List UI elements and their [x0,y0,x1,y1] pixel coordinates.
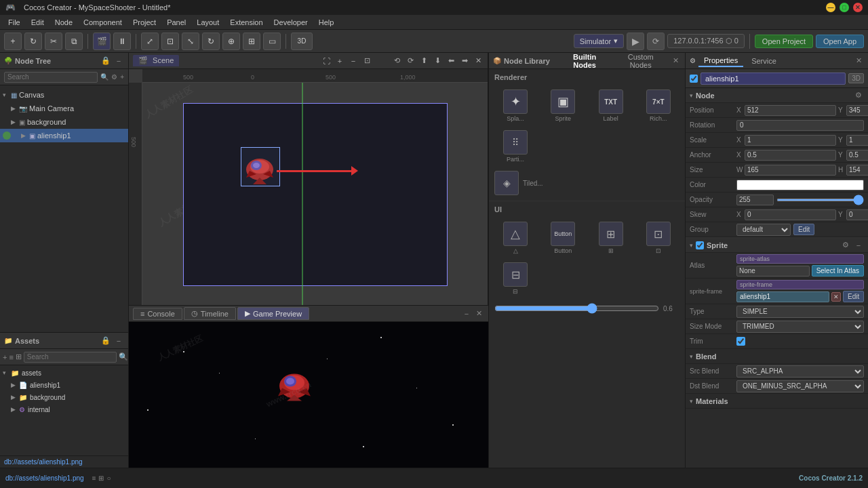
skew-x-input[interactable] [745,209,836,220]
tree-item-alienship1[interactable]: ▶ ▣ alienship1 [0,129,128,142]
bottom-panel-collapse[interactable]: − [461,308,472,319]
lib-item-triangle[interactable]: △ △ [493,219,538,257]
minimize-btn[interactable]: — [826,3,835,12]
skew-y-input[interactable] [846,209,868,220]
close-btn[interactable]: ✕ [853,3,863,12]
refresh-btn[interactable]: ↻ [24,33,42,50]
lib-item-particle[interactable]: ⠿ Parti... [493,127,538,165]
opacity-slider[interactable] [776,199,864,201]
pos-y-input[interactable] [846,105,868,116]
sprite-remove-btn[interactable]: − [853,240,864,251]
status-icon3[interactable]: ○ [106,474,111,482]
step-btn[interactable]: ⟳ [647,33,665,50]
pos-x-input[interactable] [745,105,836,116]
rotation-input[interactable] [736,120,864,131]
tree-item-main-camera[interactable]: ▶ 📷 Main Camera [0,102,128,115]
src-blend-select[interactable]: SRC_ALPHA ONE ZERO [736,365,864,378]
size-h-input[interactable] [846,165,868,176]
scene-tab[interactable]: 🎬 Scene [133,55,179,66]
lib-item-scroll[interactable]: ⊡ ⊡ [636,219,681,257]
assets-add-btn[interactable]: + [3,352,7,363]
simulator-dropdown[interactable]: Simulator ▾ [574,34,624,48]
scene-canvas[interactable]: 人人素材社区 www.rrcg.cn 人人素材社区 www.rrcg.cn 人人… [129,69,488,305]
scene-tool-2[interactable]: ⟳ [405,56,416,66]
rotate-tool[interactable]: ↻ [202,33,220,50]
type-select[interactable]: SIMPLE SLICED TILED FILLED [736,306,864,318]
scene-zoom-in[interactable]: + [334,56,345,66]
size-mode-select[interactable]: TRIMMED RAW CUSTOM [736,321,864,333]
size-w-input[interactable] [745,165,836,176]
tree-item-background[interactable]: ▶ ▣ background [0,115,128,129]
node-active-checkbox[interactable] [690,75,698,83]
open-project-btn[interactable]: Open Project [755,35,813,48]
assets-collapse-btn[interactable]: − [113,336,124,346]
sprite-frame-edit-btn[interactable]: Edit [843,291,864,302]
assets-search-btn[interactable]: 🔍 [119,352,128,363]
scene-move-view[interactable]: ⛶ [321,56,332,66]
lib-tab-custom[interactable]: Custom Nodes [614,53,667,70]
tab-game-preview[interactable]: ▶ Game Preview [237,307,309,320]
3d-toggle[interactable]: 3D [291,33,313,50]
menu-item-project[interactable]: Project [127,17,161,28]
scale-tool[interactable]: ⤡ [182,33,199,50]
lib-item-label[interactable]: TXT Label [589,87,633,125]
scale-y-input[interactable] [846,135,868,146]
open-app-btn[interactable]: Open App [816,35,864,48]
menu-item-extension[interactable]: Extension [224,17,268,28]
rect2-tool[interactable]: ▭ [263,33,281,50]
dst-blend-select[interactable]: ONE_MINUS_SRC_ALPHA ONE ZERO [736,380,864,392]
lib-size-slider[interactable] [494,303,659,314]
scene-tool-6[interactable]: ➡ [459,56,470,66]
menu-item-component[interactable]: Component [78,17,127,28]
node-tree-lock-btn[interactable]: 🔒 [100,56,111,66]
assets-list-view-btn[interactable]: ≡ [9,352,13,363]
menu-item-help[interactable]: Help [313,17,340,28]
sprite-active-checkbox[interactable] [696,241,704,249]
tab-service[interactable]: Service [746,56,782,66]
anchor-x-input[interactable] [745,150,836,161]
scene-tool-1[interactable]: ⟲ [391,56,402,66]
scene-zoom-fit[interactable]: ⊡ [361,56,372,66]
node-section-header[interactable]: ▾ Node ⚙ [686,88,868,103]
select-in-atlas-btn[interactable]: Select In Atlas [812,265,864,277]
asset-item-alienship1[interactable]: ▶ 📄 alienship1 [0,379,128,391]
trim-checkbox[interactable] [736,337,745,346]
filter-icon[interactable]: ⚙ [111,73,117,81]
blend-section-header[interactable]: ▾ Blend [686,349,868,364]
lib-tab-builtin[interactable]: Builtin Nodes [558,53,612,70]
lib-item-richtext[interactable]: 7×T Rich... [636,87,681,125]
opacity-input[interactable] [736,195,774,205]
rect-tool[interactable]: ⊡ [161,33,179,50]
menu-item-edit[interactable]: Edit [26,17,50,28]
asset-item-assets[interactable]: ▾ 📁 assets [0,367,128,379]
scene-btn[interactable]: 🎬 [93,33,111,50]
scene-tool-4[interactable]: ⬇ [432,56,443,66]
props-collapse[interactable]: ✕ [853,56,864,66]
add-node-icon[interactable]: + [120,73,124,81]
assets-lock-btn[interactable]: 🔒 [100,336,111,346]
bottom-panel-close[interactable]: ✕ [473,308,484,319]
zoom-tool[interactable]: ⊞ [243,33,260,50]
copy-btn[interactable]: ⧉ [65,33,83,50]
lib-item-button[interactable]: Button Button [540,219,585,257]
color-swatch[interactable] [736,180,864,190]
group-select[interactable]: default [736,224,791,236]
move-tool[interactable]: ⤢ [141,33,159,50]
group-edit-btn[interactable]: Edit [793,224,814,235]
play-btn[interactable]: ▶ [627,33,644,50]
node-tree-collapse-btn[interactable]: − [113,56,124,66]
materials-section-header[interactable]: ▾ Materials [686,394,868,409]
menu-item-panel[interactable]: Panel [161,17,191,28]
play-pause-btn[interactable]: ⏸ [113,33,131,50]
assets-search[interactable] [24,352,117,363]
atlas-input[interactable] [736,266,810,277]
lib-item-sprite[interactable]: ▣ Sprite [540,87,585,125]
tab-console[interactable]: ≡ Console [133,308,182,320]
menu-item-file[interactable]: File [3,17,26,28]
lib-item-splash[interactable]: ✦ Spla... [493,87,538,125]
asset-item-bg-folder[interactable]: ▶ 📁 background [0,391,128,403]
scale-x-input[interactable] [745,135,836,146]
sprite-settings-btn[interactable]: ⚙ [840,240,851,251]
scene-close[interactable]: ✕ [473,56,484,66]
sprite-frame-input[interactable] [736,291,829,302]
